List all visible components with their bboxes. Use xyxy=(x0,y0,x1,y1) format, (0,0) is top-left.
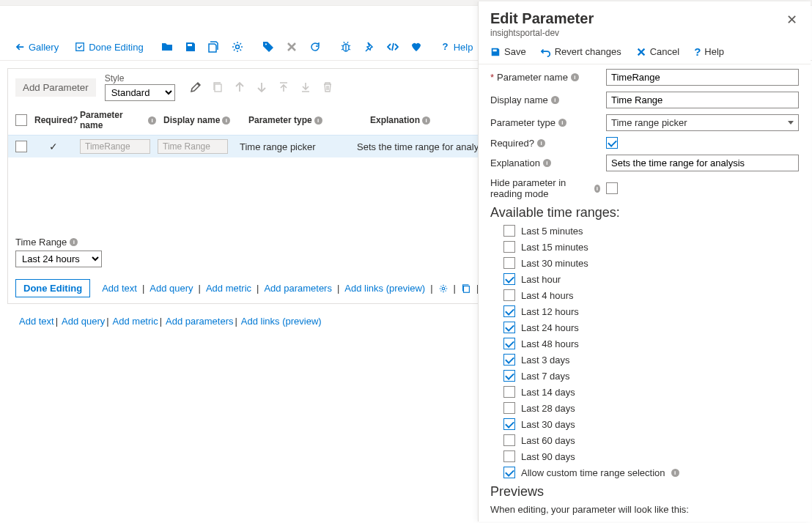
add-links-link[interactable]: Add links (preview) xyxy=(344,283,425,294)
add-text-link[interactable]: Add text xyxy=(102,283,137,294)
heart-icon[interactable] xyxy=(406,37,427,57)
required-checkbox[interactable] xyxy=(606,137,618,149)
param-name-input[interactable] xyxy=(606,69,799,86)
info-icon: i xyxy=(571,73,579,81)
time-range-select[interactable]: Last 24 hours xyxy=(15,251,102,267)
done-editing-label: Done Editing xyxy=(89,42,143,53)
help-link[interactable]: ? Help xyxy=(437,40,476,55)
settings-icon[interactable] xyxy=(227,37,248,57)
param-type-cell: Time range picker xyxy=(235,141,350,152)
range-row: Last 28 days xyxy=(503,402,799,414)
done-editing-button[interactable]: Done Editing xyxy=(15,279,90,297)
add-metric-link[interactable]: Add metric xyxy=(206,283,251,294)
range-label: Last hour xyxy=(521,274,561,285)
add-links-link[interactable]: Add links (preview) xyxy=(241,316,322,327)
param-icon-toolbar xyxy=(184,81,333,93)
explanation-input[interactable] xyxy=(606,155,799,171)
save-icon[interactable] xyxy=(180,37,201,57)
range-label: Last 24 hours xyxy=(521,322,579,333)
add-metric-link[interactable]: Add metric xyxy=(113,316,158,327)
copy-icon[interactable] xyxy=(461,283,471,294)
range-row: Last 12 hours xyxy=(503,305,799,317)
range-checkbox[interactable] xyxy=(503,273,515,285)
display-name-cell xyxy=(158,139,228,154)
range-checkbox[interactable] xyxy=(503,225,515,237)
range-checkbox[interactable] xyxy=(503,354,515,366)
svg-point-1 xyxy=(235,45,239,49)
panel-title: Edit Parameter xyxy=(490,10,594,27)
back-arrow-icon xyxy=(15,42,25,52)
info-icon: i xyxy=(148,116,156,125)
gear-icon[interactable] xyxy=(438,283,449,294)
info-icon: i xyxy=(422,116,430,125)
info-icon: i xyxy=(594,185,600,193)
required-checkmark-icon: ✓ xyxy=(46,141,61,152)
range-checkbox[interactable] xyxy=(503,386,515,398)
panel-subtitle: insightsportal-dev xyxy=(490,28,594,38)
add-text-link[interactable]: Add text xyxy=(19,316,54,327)
explanation-label: Explanationi xyxy=(490,157,600,168)
range-label: Last 5 minutes xyxy=(521,226,583,237)
add-parameters-link[interactable]: Add parameters xyxy=(264,283,332,294)
svg-rect-4 xyxy=(215,84,221,92)
delete-icon xyxy=(322,81,333,93)
bug-icon[interactable] xyxy=(336,37,356,57)
range-checkbox[interactable] xyxy=(503,241,515,253)
select-all-checkbox[interactable] xyxy=(15,114,27,126)
range-checkbox[interactable] xyxy=(503,370,515,382)
param-name-label: *Parameter namei xyxy=(490,72,600,83)
hide-param-checkbox[interactable] xyxy=(606,182,618,194)
edit-icon[interactable] xyxy=(190,81,202,93)
cancel-icon xyxy=(636,47,646,57)
svg-text:?: ? xyxy=(442,42,448,52)
row-checkbox[interactable] xyxy=(15,141,27,152)
style-select[interactable]: Standard xyxy=(105,84,175,101)
panel-help-button[interactable]: ?Help xyxy=(694,45,724,58)
range-label: Last 12 hours xyxy=(521,306,579,317)
previews-title: Previews xyxy=(490,484,799,500)
range-row: Last 60 days xyxy=(503,434,799,446)
range-checkbox[interactable] xyxy=(503,257,515,269)
pin-icon[interactable] xyxy=(359,37,380,57)
add-query-link[interactable]: Add query xyxy=(150,283,193,294)
done-editing-link[interactable]: Done Editing xyxy=(72,40,146,55)
refresh-icon[interactable] xyxy=(305,37,325,57)
add-query-link[interactable]: Add query xyxy=(62,316,105,327)
range-checkbox[interactable] xyxy=(503,402,515,414)
range-checkbox[interactable] xyxy=(503,418,515,430)
move-bottom-icon xyxy=(300,81,311,93)
range-checkbox[interactable] xyxy=(503,467,515,478)
range-checkbox[interactable] xyxy=(503,450,515,462)
add-parameter-button[interactable]: Add Parameter xyxy=(15,78,96,97)
display-name-input[interactable] xyxy=(606,92,799,108)
close-panel-icon[interactable]: ✕ xyxy=(785,10,799,29)
hide-param-label: Hide parameter in reading mode i xyxy=(490,177,600,199)
range-label: Last 90 days xyxy=(521,451,575,462)
range-checkbox[interactable] xyxy=(503,305,515,317)
gallery-link[interactable]: Gallery xyxy=(12,40,62,55)
explanation-cell: Sets the time range for analysis xyxy=(357,141,490,152)
range-checkbox[interactable] xyxy=(503,289,515,301)
range-label: Last 30 minutes xyxy=(521,258,588,269)
param-type-select[interactable]: Time range picker xyxy=(606,114,799,131)
range-checkbox[interactable] xyxy=(503,322,515,333)
cancel-button[interactable]: Cancel xyxy=(636,45,679,58)
save-button[interactable]: Save xyxy=(490,45,526,58)
help-label: Help xyxy=(454,42,473,53)
edit-done-icon xyxy=(75,42,85,52)
revert-button[interactable]: Revert changes xyxy=(541,45,621,58)
tag-icon[interactable] xyxy=(258,37,278,57)
move-top-icon xyxy=(278,81,289,93)
copy-save-icon[interactable] xyxy=(204,37,224,57)
copy-icon xyxy=(212,81,224,93)
chevron-down-icon xyxy=(788,121,794,125)
range-checkbox[interactable] xyxy=(503,338,515,349)
range-label: Last 4 hours xyxy=(521,290,574,301)
range-row: Allow custom time range selectioni xyxy=(503,467,799,478)
range-row: Last 7 days xyxy=(503,370,799,382)
range-checkbox[interactable] xyxy=(503,434,515,446)
open-icon[interactable] xyxy=(157,37,177,57)
code-icon[interactable] xyxy=(383,37,403,57)
range-label: Last 28 days xyxy=(521,403,575,414)
add-parameters-link[interactable]: Add parameters xyxy=(166,316,234,327)
